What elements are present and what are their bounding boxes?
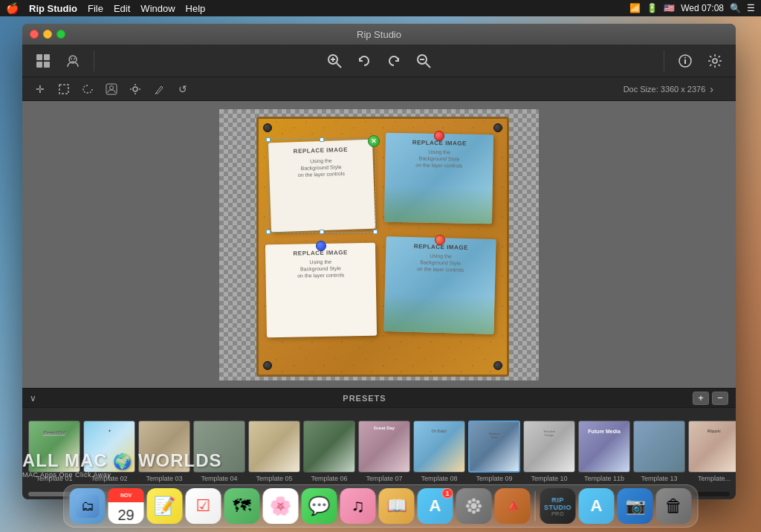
apple-menu[interactable]: 🍎 xyxy=(6,2,19,14)
preset-thumb-12[interactable] xyxy=(633,421,685,473)
post-it-4-container[interactable]: REPLACE IMAGE Using theBackground Styleo… xyxy=(385,238,495,333)
preset-item-8[interactable]: Oh Baby! Template 08 xyxy=(413,421,465,482)
handle-tl[interactable] xyxy=(266,137,271,142)
rotate-circle-1[interactable] xyxy=(317,137,324,144)
dock-icon-sysprefs[interactable] xyxy=(456,488,492,524)
svg-point-36 xyxy=(468,508,472,512)
svg-point-17 xyxy=(713,59,717,63)
presets-bar: ∨ PRESETS + − Beautiful Template 01 xyxy=(22,388,736,499)
post-it-paper-2: REPLACE IMAGE Using theBackground Styleo… xyxy=(384,132,493,224)
menubar-edit[interactable]: Edit xyxy=(114,3,130,14)
post-it-1-container[interactable]: ✕ REPLACE IMAGE Using theBackground Styl… xyxy=(270,141,374,230)
dock-icon-finder[interactable]: 🗂 xyxy=(70,488,106,524)
menubar-menu-icon[interactable]: ☰ xyxy=(747,3,755,13)
post-it-3-container[interactable]: REPLACE IMAGE Using theBackground Styleo… xyxy=(266,244,376,337)
handle-br[interactable] xyxy=(373,230,378,234)
delete-button-1[interactable]: ✕ xyxy=(368,135,380,147)
menubar-search-icon[interactable]: 🔍 xyxy=(730,3,741,13)
settings-button[interactable] xyxy=(702,48,728,74)
svg-point-5 xyxy=(71,58,72,59)
preset-thumb-11[interactable]: Future Media xyxy=(578,421,630,473)
pin-red-2 xyxy=(435,235,445,245)
pen-tool[interactable] xyxy=(149,80,169,99)
menubar-file[interactable]: File xyxy=(88,3,103,14)
face-recognition-button[interactable] xyxy=(59,48,86,74)
zoom-out-button[interactable] xyxy=(410,48,437,74)
light-tool[interactable] xyxy=(125,80,146,99)
post-it-text-1: Using theBackground Styleon the layer co… xyxy=(275,155,368,179)
dock-icon-calendar[interactable]: NOV 29 xyxy=(109,488,144,524)
dock-icon-appstore2[interactable]: A xyxy=(579,488,615,524)
preset-item-6[interactable]: Template 06 xyxy=(303,421,355,482)
rotate-tool[interactable]: ↺ xyxy=(172,80,193,99)
face-tool[interactable] xyxy=(101,80,122,99)
info-button[interactable] xyxy=(672,48,699,74)
lasso-tool[interactable] xyxy=(77,80,98,99)
preset-item-5[interactable]: Template 05 xyxy=(248,421,300,482)
preset-thumb-6[interactable] xyxy=(303,421,355,473)
menubar-airport-icon: 📶 xyxy=(629,3,641,13)
presets-chevron-icon[interactable]: ∨ xyxy=(30,393,36,403)
preset-item-12[interactable]: Template 13 xyxy=(633,421,685,482)
dock-icon-messages[interactable]: 💬 xyxy=(302,488,337,524)
dock-icon-digitalcolor[interactable]: 🔺 xyxy=(495,488,531,524)
preset-thumb-10[interactable]: TemplateDesign xyxy=(523,421,575,473)
doc-size-area: Doc Size: 3360 x 2376 › xyxy=(624,83,713,95)
dock-icon-maps[interactable]: 🗺 xyxy=(224,488,260,524)
svg-rect-3 xyxy=(44,62,50,68)
dock-icon-trash[interactable]: 🗑 xyxy=(656,488,692,524)
preset-thumb-7[interactable]: Great Day xyxy=(358,421,410,473)
post-it-2-container[interactable]: REPLACE IMAGE Using theBackground Styleo… xyxy=(385,134,493,223)
preset-label-9: Template 09 xyxy=(476,475,512,482)
preset-thumb-5[interactable] xyxy=(248,421,300,473)
preset-label-13: Template... xyxy=(698,475,731,482)
preset-item-13[interactable]: Rippic Template... xyxy=(688,421,736,482)
maximize-button[interactable] xyxy=(56,30,65,39)
preset-thumb-9[interactable]: ReplaceNote xyxy=(468,421,520,473)
preset-item-11[interactable]: Future Media Template 11b xyxy=(578,421,630,482)
dock-icon-notes[interactable]: 📝 xyxy=(147,488,183,524)
svg-point-34 xyxy=(468,500,472,504)
dock-icon-ripstudio[interactable]: RIP STUDIO PRO xyxy=(540,488,576,524)
svg-rect-1 xyxy=(44,54,50,60)
move-tool[interactable]: ✛ xyxy=(30,80,51,99)
doc-size-expand[interactable]: › xyxy=(710,83,713,95)
dock-icon-reminders[interactable]: ☑ xyxy=(186,488,221,524)
dock: 🗂 NOV 29 📝 ☑ 🗺 🌸 💬 xyxy=(63,484,699,528)
preset-thumb-13[interactable]: Rippic xyxy=(688,421,736,473)
cork-corner-tr xyxy=(493,123,502,132)
preset-item-7[interactable]: Great Day Template 07 xyxy=(358,421,410,482)
menubar-app-name[interactable]: Rip Studio xyxy=(29,3,77,14)
menubar-window[interactable]: Window xyxy=(140,3,175,14)
preset-thumb-8[interactable]: Oh Baby! xyxy=(413,421,465,473)
dock-icon-appstore[interactable]: A 1 xyxy=(418,488,453,524)
dock-icon-ibooks[interactable]: 📖 xyxy=(379,488,415,524)
titlebar: Rip Studio xyxy=(22,24,736,45)
dock-icon-photos[interactable]: 🌸 xyxy=(263,488,299,524)
dock-icon-itunes[interactable]: ♫ xyxy=(340,488,376,524)
post-it-paper-4: REPLACE IMAGE Using theBackground Styleo… xyxy=(383,236,496,334)
presets-remove-button[interactable]: − xyxy=(712,392,728,405)
presets-add-button[interactable]: + xyxy=(693,392,709,405)
media-library-button[interactable] xyxy=(30,48,56,74)
rotate-right-button[interactable] xyxy=(380,48,407,74)
canvas-frame: ✕ REPLACE IMAGE Using theBackground Styl… xyxy=(219,109,539,380)
handle-bl[interactable] xyxy=(266,230,271,234)
dock-icon-screentime[interactable]: 📷 xyxy=(618,488,653,524)
preset-item-10[interactable]: TemplateDesign Template 10 xyxy=(523,421,575,482)
minimize-button[interactable] xyxy=(43,30,52,39)
toolbar-separator-2 xyxy=(664,51,664,71)
cork-corner-tl xyxy=(263,123,272,132)
close-button[interactable] xyxy=(30,30,39,39)
zoom-in-button[interactable] xyxy=(321,48,348,74)
select-rect-tool[interactable] xyxy=(54,80,74,99)
preset-item-9[interactable]: ReplaceNote Template 09 xyxy=(468,421,520,482)
preset-label-10: Template 10 xyxy=(531,475,567,482)
menubar-help[interactable]: Help xyxy=(186,3,206,14)
svg-point-31 xyxy=(472,510,476,514)
watermark-main-text: ALL MAC 🌍 WORLDS xyxy=(22,450,222,471)
svg-text:🗂: 🗂 xyxy=(82,499,95,513)
doc-size-label: Doc Size: 3360 x 2376 xyxy=(624,85,706,94)
rotate-left-button[interactable] xyxy=(351,48,378,74)
canvas-area[interactable]: ✕ REPLACE IMAGE Using theBackground Styl… xyxy=(22,101,736,388)
